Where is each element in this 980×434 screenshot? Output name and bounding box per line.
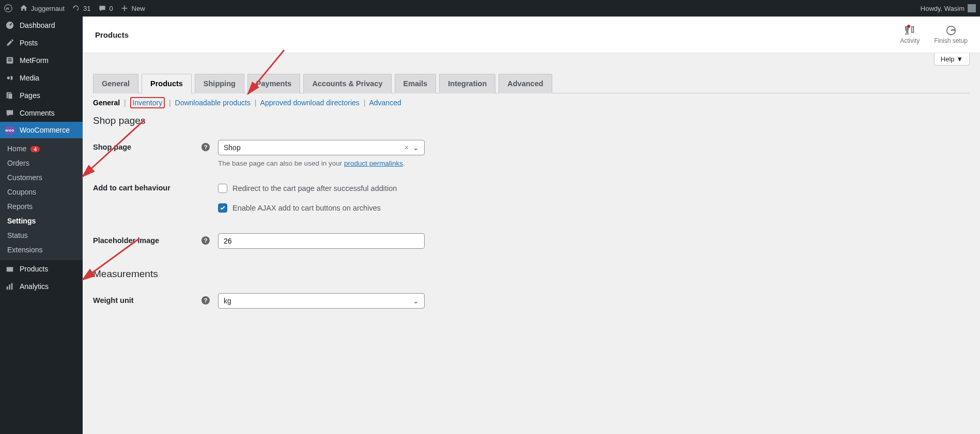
help-icon[interactable]: ? xyxy=(201,296,210,304)
wp-logo[interactable] xyxy=(4,4,12,12)
finish-setup-button[interactable]: Finish setup xyxy=(934,25,968,44)
tab-general[interactable]: General xyxy=(93,74,138,93)
shop-page-desc: The base page can also be used in your p… xyxy=(218,159,528,167)
tab-emails[interactable]: Emails xyxy=(395,74,437,93)
tab-shipping[interactable]: Shipping xyxy=(195,74,244,93)
svg-rect-8 xyxy=(8,93,12,99)
submenu-customers[interactable]: Customers xyxy=(0,170,83,185)
updates[interactable]: 31 xyxy=(72,4,90,12)
updates-count: 31 xyxy=(83,5,90,12)
subtab-advanced[interactable]: Advanced xyxy=(369,99,401,107)
submenu-settings[interactable]: Settings xyxy=(0,214,83,228)
comments-link[interactable]: 0 xyxy=(98,4,113,12)
admin-bar: Juggernaut 31 0 New Howdy, Wasim xyxy=(0,0,980,17)
tab-accounts-privacy[interactable]: Accounts & Privacy xyxy=(303,74,391,93)
subtab-inventory[interactable]: Inventory xyxy=(130,97,165,108)
subtab-downloadable[interactable]: Downloadable products xyxy=(175,99,251,107)
field-shop-page: Shop page? Shop ×⌄ The base page can als… xyxy=(93,138,970,179)
svg-rect-9 xyxy=(7,267,13,271)
ajax-checkbox[interactable] xyxy=(218,203,227,213)
admin-sidebar: Dashboard Posts MetForm Media Pages Comm… xyxy=(0,17,83,434)
section-measurements: Measurements xyxy=(93,268,970,280)
svg-rect-4 xyxy=(8,60,11,61)
submenu-coupons[interactable]: Coupons xyxy=(0,185,83,199)
content-area: Products Activity Finish setup Help ▼ Ge… xyxy=(83,17,980,434)
sidebar-item-metform[interactable]: MetForm xyxy=(0,52,83,69)
redirect-checkbox[interactable] xyxy=(218,184,227,193)
new-label: New xyxy=(132,5,145,12)
site-title: Juggernaut xyxy=(31,5,65,12)
submenu-orders[interactable]: Orders xyxy=(0,156,83,170)
clear-icon[interactable]: × xyxy=(405,143,409,152)
sidebar-item-media[interactable]: Media xyxy=(0,69,83,87)
tab-payments[interactable]: Payments xyxy=(247,74,301,93)
tab-integration[interactable]: Integration xyxy=(439,74,495,93)
woocommerce-submenu: Home 4 Orders Customers Coupons Reports … xyxy=(0,138,83,260)
sidebar-item-products[interactable]: Products xyxy=(0,260,83,278)
activity-button[interactable]: Activity xyxy=(900,25,920,44)
new-button[interactable]: New xyxy=(120,4,145,12)
page-title: Products xyxy=(95,30,129,39)
product-permalinks-link[interactable]: product permalinks xyxy=(344,159,403,167)
field-weight-unit: Weight unit? kg ⌄ xyxy=(93,291,970,320)
help-icon[interactable]: ? xyxy=(201,236,210,245)
settings-tabs: General Products Shipping Payments Accou… xyxy=(93,70,970,93)
site-home[interactable]: Juggernaut xyxy=(20,4,65,12)
sidebar-item-dashboard[interactable]: Dashboard xyxy=(0,17,83,34)
subtab-general[interactable]: General xyxy=(93,99,120,107)
user-greeting[interactable]: Howdy, Wasim xyxy=(921,4,976,12)
sidebar-item-analytics[interactable]: Analytics xyxy=(0,278,83,295)
sub-tabs: General | Inventory | Downloadable produ… xyxy=(93,99,970,107)
chevron-down-icon: ⌄ xyxy=(413,143,419,152)
section-shop-pages: Shop pages xyxy=(93,115,970,126)
tab-advanced[interactable]: Advanced xyxy=(499,74,552,93)
subtab-approved[interactable]: Approved download directories xyxy=(260,99,360,107)
field-add-to-cart: Add to cart behaviour Redirect to the ca… xyxy=(93,179,970,231)
submenu-status[interactable]: Status xyxy=(0,228,83,243)
submenu-extensions[interactable]: Extensions xyxy=(0,243,83,257)
shop-page-select[interactable]: Shop ×⌄ xyxy=(218,140,425,155)
woo-icon: woo xyxy=(5,126,14,134)
chevron-down-icon: ⌄ xyxy=(413,297,419,305)
sidebar-item-posts[interactable]: Posts xyxy=(0,34,83,52)
submenu-reports[interactable]: Reports xyxy=(0,199,83,214)
home-badge: 4 xyxy=(30,146,40,152)
svg-point-5 xyxy=(7,76,10,79)
weight-unit-select[interactable]: kg ⌄ xyxy=(218,293,425,309)
avatar-icon xyxy=(968,4,976,12)
svg-rect-11 xyxy=(9,284,10,290)
sidebar-item-comments[interactable]: Comments xyxy=(0,104,83,122)
tab-products[interactable]: Products xyxy=(142,74,192,93)
sidebar-item-woocommerce[interactable]: wooWooCommerce xyxy=(0,122,83,138)
svg-rect-12 xyxy=(11,283,13,290)
help-icon[interactable]: ? xyxy=(201,143,210,151)
submenu-home[interactable]: Home 4 xyxy=(0,141,83,156)
svg-rect-3 xyxy=(8,58,11,59)
comments-count: 0 xyxy=(110,5,113,12)
field-placeholder-image: Placeholder image? xyxy=(93,231,970,260)
help-button[interactable]: Help ▼ xyxy=(934,53,970,66)
placeholder-image-input[interactable] xyxy=(218,233,425,249)
woocommerce-header: Products Activity Finish setup xyxy=(83,17,980,53)
svg-rect-10 xyxy=(7,286,8,290)
sidebar-item-pages[interactable]: Pages xyxy=(0,87,83,104)
